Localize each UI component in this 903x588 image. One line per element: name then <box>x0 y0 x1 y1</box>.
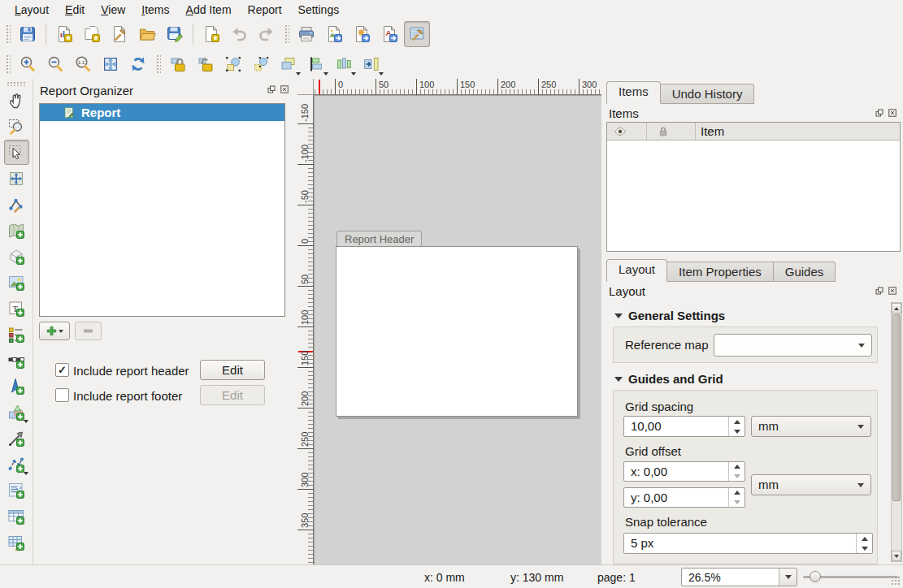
resize-grip[interactable] <box>891 576 901 586</box>
layout-panel-scrollbar[interactable] <box>891 302 902 562</box>
add-map-button[interactable] <box>4 218 29 243</box>
general-settings-section[interactable]: General Settings <box>614 309 725 322</box>
add-arrow-button[interactable] <box>4 426 29 451</box>
add-attribute-table-icon <box>7 507 26 526</box>
spin-buttons[interactable] <box>728 462 745 481</box>
zoom-out-button[interactable] <box>42 51 68 77</box>
zoom-full-button[interactable] <box>98 51 124 77</box>
tab-layout[interactable]: Layout <box>606 259 667 282</box>
add-north-arrow-icon <box>7 377 26 396</box>
lock-column-header[interactable] <box>647 123 696 140</box>
new-report-button[interactable] <box>51 21 77 47</box>
chevron-down-icon[interactable] <box>779 569 797 586</box>
menu-edit[interactable]: Edit <box>57 1 93 19</box>
spin-buttons[interactable] <box>728 488 745 507</box>
print-button[interactable] <box>293 21 319 47</box>
reference-map-combo[interactable] <box>714 334 872 357</box>
grid-offset-unit-combo[interactable]: mm <box>751 474 871 495</box>
report-page[interactable] <box>336 246 578 417</box>
add-attribute-table-button[interactable] <box>4 504 29 529</box>
add-label-button[interactable]: T <box>4 296 29 321</box>
pan-button[interactable] <box>4 88 29 113</box>
scroll-up-icon[interactable] <box>892 303 901 313</box>
align-items-button[interactable] <box>303 51 329 77</box>
grid-offset-x-input[interactable]: x: 0,00 <box>623 461 745 482</box>
export-pdf-button[interactable]: A <box>376 21 402 47</box>
float-panel-icon[interactable] <box>875 108 884 118</box>
report-tree-item[interactable]: Report <box>40 104 284 121</box>
tab-item-properties[interactable]: Item Properties <box>667 262 774 282</box>
page-setup-button[interactable] <box>404 21 430 47</box>
slider-handle[interactable] <box>810 571 821 582</box>
menu-layout[interactable]: Layout <box>7 1 57 19</box>
spin-buttons[interactable] <box>728 417 745 436</box>
lock-items-button[interactable] <box>165 51 191 77</box>
guides-and-grid-section[interactable]: Guides and Grid <box>614 372 723 386</box>
tab-undo-history[interactable]: Undo History <box>661 84 755 104</box>
save-project-button[interactable] <box>15 21 41 47</box>
new-page-button[interactable] <box>198 21 224 47</box>
zoom-in-button[interactable] <box>15 51 41 77</box>
zoom-slider[interactable] <box>803 575 898 579</box>
eye-icon <box>614 125 627 138</box>
add-html-button[interactable] <box>4 478 29 503</box>
distribute-items-button[interactable] <box>331 51 357 77</box>
group-items-button[interactable] <box>220 51 246 77</box>
tab-guides[interactable]: Guides <box>774 262 836 282</box>
zoom-tool-button[interactable] <box>4 114 29 139</box>
duplicate-report-button[interactable] <box>79 21 105 47</box>
raise-items-button[interactable] <box>276 51 302 77</box>
refresh-button[interactable] <box>125 51 151 77</box>
menu-add-item[interactable]: Add Item <box>178 1 240 19</box>
add-node-item-button[interactable] <box>4 452 29 477</box>
menu-view[interactable]: View <box>93 1 133 19</box>
menu-settings[interactable]: Settings <box>290 1 348 19</box>
export-svg-button[interactable] <box>349 21 375 47</box>
add-3d-map-button[interactable] <box>4 244 29 269</box>
grid-spacing-unit-combo[interactable]: mm <box>751 416 871 437</box>
zoom-actual-button[interactable]: 1:1 <box>70 51 96 77</box>
menu-items[interactable]: Items <box>133 1 177 19</box>
close-panel-icon[interactable] <box>280 84 289 94</box>
snap-tolerance-label: Snap tolerance <box>625 515 707 529</box>
scroll-down-icon[interactable] <box>892 551 901 561</box>
include-report-header-checkbox[interactable]: ✓ <box>55 363 69 377</box>
close-panel-icon[interactable] <box>888 108 897 118</box>
move-content-button[interactable] <box>4 166 29 191</box>
grid-spacing-input[interactable]: 10,00 <box>623 416 745 437</box>
load-template-button[interactable] <box>134 21 160 47</box>
grid-offset-y-input[interactable]: y: 0,00 <box>623 487 745 508</box>
add-north-arrow-button[interactable] <box>4 374 29 399</box>
page-viewport[interactable]: Report Header <box>314 95 601 564</box>
edit-nodes-button[interactable] <box>4 192 29 217</box>
add-fixed-table-button[interactable] <box>4 530 29 555</box>
add-section-button[interactable] <box>39 322 70 340</box>
v-ruler-label: -50 <box>300 190 310 203</box>
report-organizer-title: Report Organizer <box>40 84 133 97</box>
edit-header-button[interactable]: Edit <box>200 360 265 380</box>
h-ruler-label: 0 <box>335 79 343 95</box>
scrollbar-thumb[interactable] <box>892 314 901 501</box>
report-settings-button[interactable] <box>106 21 132 47</box>
add-picture-button[interactable] <box>4 270 29 295</box>
zoom-level-combo[interactable]: 26.5% <box>681 568 797 586</box>
close-panel-icon[interactable] <box>888 286 897 296</box>
include-report-footer-checkbox[interactable] <box>55 388 69 402</box>
menu-report[interactable]: Report <box>240 1 290 19</box>
export-image-button[interactable] <box>321 21 347 47</box>
visibility-column-header[interactable] <box>607 123 647 140</box>
tab-items[interactable]: Items <box>606 81 661 104</box>
save-as-template-button[interactable] <box>162 21 188 47</box>
ungroup-items-button[interactable] <box>248 51 274 77</box>
float-panel-icon[interactable] <box>875 286 884 296</box>
add-shape-button[interactable] <box>4 400 29 425</box>
select-move-button[interactable] <box>4 140 29 165</box>
spin-buttons[interactable] <box>856 534 872 553</box>
resize-items-button[interactable] <box>358 51 384 77</box>
float-panel-icon[interactable] <box>267 84 276 94</box>
add-legend-button[interactable] <box>4 322 29 347</box>
item-column-header[interactable]: Item <box>696 123 900 140</box>
unlock-items-button[interactable] <box>193 51 219 77</box>
add-scalebar-button[interactable] <box>4 348 29 373</box>
snap-tolerance-input[interactable]: 5 px <box>623 533 873 554</box>
